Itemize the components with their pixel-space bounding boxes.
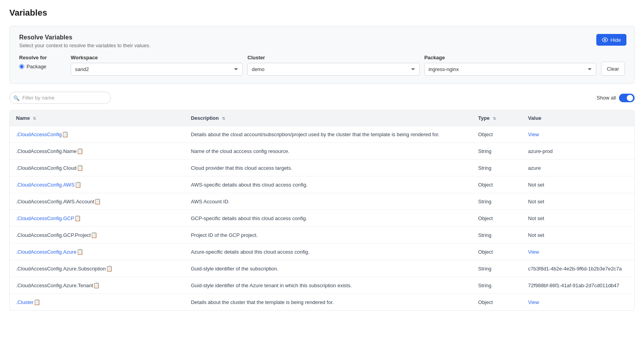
resolve-for-group: Resolve for Package — [19, 55, 58, 69]
variable-type: String — [472, 227, 522, 244]
variable-value-link[interactable]: View — [528, 299, 539, 305]
variable-value: azure — [528, 165, 541, 171]
table-row: .CloudAccessConfig.Azure 📋Azure-specific… — [10, 244, 634, 260]
variable-value: 72f988bf-86f1-41af-91ab-2d7cd011db47 — [528, 283, 619, 288]
variable-value: azure-prod — [528, 148, 553, 154]
copy-icon[interactable]: 📋 — [91, 232, 97, 238]
copy-icon[interactable]: 📋 — [93, 282, 100, 288]
copy-icon[interactable]: 📋 — [77, 148, 83, 154]
resolve-form: Resolve for Package Workspace sand2 Clus… — [19, 55, 625, 76]
name-sort-icon[interactable]: ⇅ — [33, 116, 36, 121]
resolve-panel-subtitle: Select your context to resolve the varia… — [19, 43, 625, 48]
variable-name-link[interactable]: .CloudAccessConfig — [16, 132, 62, 137]
resolve-for-radio[interactable]: Package — [19, 64, 58, 69]
table-row: .CloudAccessConfig.GCP.Project 📋Project … — [10, 227, 634, 244]
variable-type: String — [472, 260, 522, 277]
selects-group: Workspace sand2 Cluster demo Package ing… — [71, 55, 625, 76]
variable-name-link[interactable]: .Cluster — [16, 299, 34, 305]
show-all-toggle[interactable] — [619, 94, 635, 102]
clear-button[interactable]: Clear — [601, 62, 625, 76]
variable-type: Object — [472, 176, 522, 193]
col-header-name: Name ⇅ — [10, 110, 184, 126]
table-header-row: Name ⇅ Description ⇅ Type ⇅ Value — [10, 110, 634, 126]
page-title: Variables — [9, 8, 635, 18]
variable-value: Not set — [528, 182, 544, 188]
variable-name: .CloudAccessConfig.Azure.Tenant — [16, 283, 93, 288]
variables-table-container: Name ⇅ Description ⇅ Type ⇅ Value — [9, 110, 635, 311]
filter-row: 🔍 Show all — [9, 92, 635, 104]
copy-icon[interactable]: 📋 — [62, 131, 68, 137]
copy-icon[interactable]: 📋 — [106, 265, 113, 272]
variable-name: .CloudAccessConfig.Name — [16, 148, 77, 154]
variable-description: Guid-style identifier of the Azure tenan… — [184, 277, 472, 294]
variable-description: GCP-specific details about this cloud ac… — [184, 210, 472, 227]
table-row: .CloudAccessConfig.Cloud 📋Cloud provider… — [10, 160, 634, 176]
workspace-select[interactable]: sand2 — [71, 63, 243, 76]
package-select[interactable]: ingress-nginx — [424, 63, 596, 76]
eye-icon — [602, 37, 608, 43]
variable-description: Azure-specific details about this cloud … — [184, 244, 472, 260]
variable-description: AWS Account ID. — [184, 193, 472, 210]
table-row: .Cluster 📋Details about the cluster that… — [10, 294, 634, 311]
table-body: .CloudAccessConfig 📋Details about the cl… — [10, 126, 634, 311]
search-icon: 🔍 — [13, 95, 20, 101]
variable-type: String — [472, 160, 522, 176]
variable-value: Not set — [528, 215, 544, 221]
variable-description: Cloud provider that this cloud access ta… — [184, 160, 472, 176]
col-header-value: Value — [522, 110, 634, 126]
variable-type: String — [472, 193, 522, 210]
copy-icon[interactable]: 📋 — [74, 215, 81, 221]
desc-sort-icon[interactable]: ⇅ — [222, 116, 225, 121]
variable-name: .CloudAccessConfig.AWS.Account — [16, 199, 94, 204]
table-row: .CloudAccessConfig 📋Details about the cl… — [10, 126, 634, 143]
show-all-label: Show all — [597, 95, 616, 101]
variable-description: Details about the cloud account/subscrip… — [184, 126, 472, 143]
variable-name: .CloudAccessConfig.Cloud — [16, 165, 77, 171]
variable-type: Object — [472, 126, 522, 143]
variable-type: String — [472, 277, 522, 294]
copy-icon[interactable]: 📋 — [75, 181, 81, 188]
variable-name-link[interactable]: .CloudAccessConfig.Azure — [16, 249, 77, 255]
variable-type: String — [472, 143, 522, 160]
resolve-panel-title: Resolve Variables — [19, 34, 625, 41]
variable-type: Object — [472, 294, 522, 311]
show-all-group: Show all — [597, 94, 635, 102]
type-sort-icon[interactable]: ⇅ — [493, 116, 496, 121]
variable-value-link[interactable]: View — [528, 249, 539, 255]
copy-icon[interactable]: 📋 — [77, 165, 83, 171]
variable-description: Details about the cluster that the templ… — [184, 294, 472, 311]
resolve-for-label: Resolve for — [19, 55, 58, 60]
copy-icon[interactable]: 📋 — [77, 249, 83, 255]
variable-value: c7b3f8d1-4b2e-4e2b-9f6d-1b2b3e7e2c7a — [528, 266, 622, 272]
variable-description: Name of the cloud acccess config resourc… — [184, 143, 472, 160]
copy-icon[interactable]: 📋 — [94, 198, 101, 204]
variable-name: .CloudAccessConfig.GCP.Project — [16, 232, 91, 238]
variable-value: Not set — [528, 232, 544, 238]
variable-name-link[interactable]: .CloudAccessConfig.AWS — [16, 182, 75, 188]
package-label: Package — [424, 55, 596, 60]
col-header-type: Type ⇅ — [472, 110, 522, 126]
table-row: .CloudAccessConfig.AWS.Account 📋AWS Acco… — [10, 193, 634, 210]
workspace-group: Workspace sand2 — [71, 55, 243, 76]
variable-name-link[interactable]: .CloudAccessConfig.GCP — [16, 215, 74, 221]
hide-button[interactable]: Hide — [596, 34, 626, 46]
table-row: .CloudAccessConfig.Azure.Tenant 📋Guid-st… — [10, 277, 634, 294]
variable-name: .CloudAccessConfig.Azure.Subscription — [16, 266, 106, 272]
filter-input[interactable] — [9, 92, 111, 104]
variable-type: Object — [472, 244, 522, 260]
cluster-label: Cluster — [247, 55, 419, 60]
cluster-select[interactable]: demo — [247, 63, 419, 76]
table-row: .CloudAccessConfig.GCP 📋GCP-specific det… — [10, 210, 634, 227]
variable-value-link[interactable]: View — [528, 132, 539, 137]
variable-type: Object — [472, 210, 522, 227]
variables-table: Name ⇅ Description ⇅ Type ⇅ Value — [10, 110, 634, 310]
variable-description: Project ID of the GCP project. — [184, 227, 472, 244]
table-row: .CloudAccessConfig.Azure.Subscription 📋G… — [10, 260, 634, 277]
variable-description: AWS-specific details about this cloud ac… — [184, 176, 472, 193]
search-wrapper: 🔍 — [9, 92, 111, 104]
copy-icon[interactable]: 📋 — [34, 299, 40, 305]
col-header-description: Description ⇅ — [184, 110, 472, 126]
workspace-label: Workspace — [71, 55, 243, 60]
table-row: .CloudAccessConfig.Name 📋Name of the clo… — [10, 143, 634, 160]
cluster-group: Cluster demo — [247, 55, 419, 76]
